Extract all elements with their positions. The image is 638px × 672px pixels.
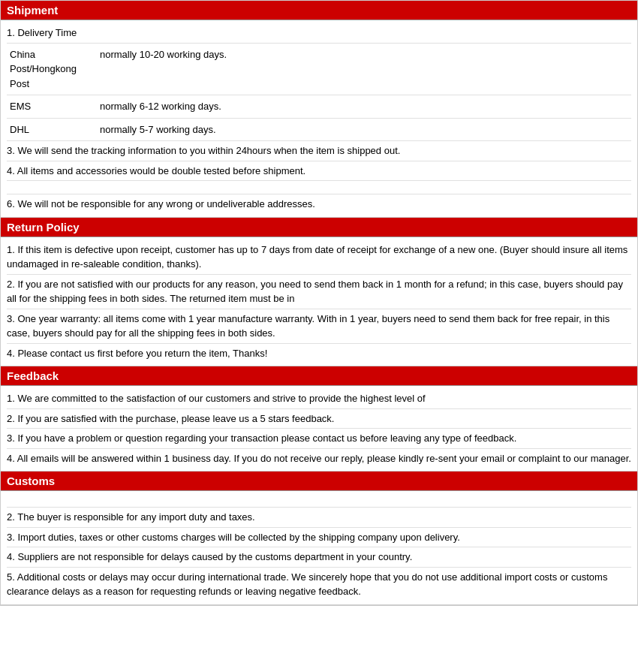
customs-item5: 5. Additional costs or delays may occur … xyxy=(7,568,631,601)
return-policy-header: Return Policy xyxy=(1,218,637,237)
shipment-dhl: DHL normally 5-7 working days. xyxy=(7,119,631,142)
customs-empty xyxy=(7,494,631,508)
feedback-item4: 4. All emails will be answered within 1 … xyxy=(7,449,631,469)
shipment-empty xyxy=(7,181,631,194)
return-item3: 3. One year warranty: all items come wit… xyxy=(7,309,631,344)
shipment-item3: 3. We will send the tracking information… xyxy=(7,141,631,161)
customs-header: Customs xyxy=(1,472,637,491)
china-post-label: China Post/Hongkong Post xyxy=(7,46,97,93)
feedback-header: Feedback xyxy=(1,366,637,386)
feedback-body: 1. We are committed to the satisfaction … xyxy=(1,386,637,472)
shipment-ems: EMS normally 6-12 working days. xyxy=(7,95,631,119)
customs-item2: 2. The buyer is responsible for any impo… xyxy=(7,508,631,528)
customs-body: 2. The buyer is responsible for any impo… xyxy=(1,491,637,605)
dhl-label: DHL xyxy=(7,121,97,139)
return-item1: 1. If this item is defective upon receip… xyxy=(7,240,631,275)
customs-item3: 3. Import duties, taxes or other customs… xyxy=(7,528,631,548)
shipment-item6: 6. We will not be responsible for any wr… xyxy=(7,194,631,214)
shipment-header: Shipment xyxy=(1,1,637,20)
customs-item4: 4. Suppliers are not responsible for del… xyxy=(7,547,631,568)
page-wrapper: Shipment 1. Delivery Time China Post/Hon… xyxy=(0,0,638,606)
shipment-china-post: China Post/Hongkong Post normally 10-20 … xyxy=(7,44,631,96)
ems-value: normally 6-12 working days. xyxy=(97,98,631,116)
ems-label: EMS xyxy=(7,98,97,116)
china-post-value: normally 10-20 working days. xyxy=(97,46,631,93)
feedback-item2: 2. If you are satisfied with the purchas… xyxy=(7,409,631,429)
shipment-delivery-title: 1. Delivery Time xyxy=(7,23,631,44)
shipment-body: 1. Delivery Time China Post/Hongkong Pos… xyxy=(1,20,637,218)
dhl-value: normally 5-7 working days. xyxy=(97,121,631,139)
return-item4: 4. Please contact us first before you re… xyxy=(7,344,631,363)
feedback-item1: 1. We are committed to the satisfaction … xyxy=(7,389,631,409)
return-policy-body: 1. If this item is defective upon receip… xyxy=(1,237,637,367)
shipment-item4: 4. All items and accessories would be do… xyxy=(7,161,631,182)
feedback-item3: 3. If you have a problem or question reg… xyxy=(7,429,631,449)
return-item2: 2. If you are not satisfied with our pro… xyxy=(7,275,631,309)
